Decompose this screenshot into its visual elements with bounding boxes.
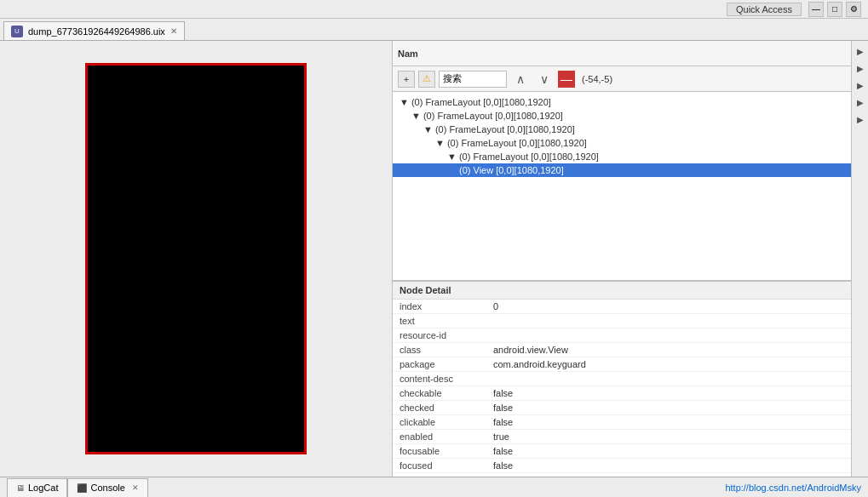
node-detail-key: focused bbox=[393, 459, 486, 473]
nav-up-button[interactable]: ∧ bbox=[510, 69, 531, 89]
console-tab[interactable]: ⬛ Console ✕ bbox=[67, 478, 147, 497]
node-detail-value: false bbox=[486, 386, 851, 401]
sidebar-arrow-5[interactable]: ▶ bbox=[857, 112, 864, 128]
node-detail-value: false bbox=[486, 459, 851, 473]
puzzle-icon[interactable]: ⚙ bbox=[846, 2, 861, 17]
main-layout: Nam + ⚠ ∧ ∨ — (-54,-5) ▼ (0) FrameLayout… bbox=[0, 41, 868, 477]
bottom-url[interactable]: http://blog.csdn.net/AndroidMsky bbox=[725, 483, 861, 493]
sidebar-arrow-4[interactable]: ▶ bbox=[857, 95, 864, 111]
node-detail-row: clickablefalse bbox=[393, 415, 851, 430]
right-sidebar: ▶ ▶ ▶ ▶ ▶ bbox=[851, 41, 868, 477]
minus-button[interactable]: — bbox=[558, 71, 575, 88]
top-bar: Quick Access — □ ⚙ bbox=[0, 0, 868, 19]
logcat-label: LogCat bbox=[28, 483, 58, 493]
node-detail-value: false bbox=[486, 415, 851, 430]
node-detail-value: true bbox=[486, 430, 851, 444]
device-preview-panel bbox=[0, 41, 392, 477]
node-detail-key: class bbox=[393, 343, 486, 357]
node-detail-value: false bbox=[486, 444, 851, 459]
name-panel-title: Nam bbox=[398, 49, 418, 59]
node-detail-key: checked bbox=[393, 401, 486, 415]
node-detail-value bbox=[486, 314, 851, 328]
node-detail-key: clickable bbox=[393, 415, 486, 430]
node-detail-row: checkedfalse bbox=[393, 401, 851, 415]
node-detail-row: enabledtrue bbox=[393, 430, 851, 444]
warning-button[interactable]: ⚠ bbox=[418, 71, 435, 88]
node-detail-value: false bbox=[486, 401, 851, 415]
node-detail-header: Node Detail bbox=[393, 282, 851, 300]
node-detail-value: 0 bbox=[486, 300, 851, 314]
name-panel-header: Nam bbox=[393, 41, 851, 66]
node-detail-value: android.view.View bbox=[486, 343, 851, 357]
tree-item[interactable]: ▼ (0) FrameLayout [0,0][1080,1920] bbox=[393, 123, 851, 136]
file-tab-icon: U bbox=[11, 26, 23, 37]
node-detail-panel: Node Detail index0textresource-idclassan… bbox=[393, 281, 851, 477]
console-close-icon[interactable]: ✕ bbox=[132, 483, 139, 492]
tree-item-selected[interactable]: (0) View [0,0][1080,1920] bbox=[393, 163, 851, 177]
node-detail-row: index0 bbox=[393, 300, 851, 314]
node-detail-key: checkable bbox=[393, 386, 486, 401]
node-detail-key: enabled bbox=[393, 430, 486, 444]
node-detail-row: focusablefalse bbox=[393, 444, 851, 459]
sidebar-arrow-2[interactable]: ▶ bbox=[857, 61, 864, 77]
node-detail-key: content-desc bbox=[393, 372, 486, 386]
quick-access-button[interactable]: Quick Access bbox=[727, 3, 802, 16]
bottom-bar: 🖥 LogCat ⬛ Console ✕ http://blog.csdn.ne… bbox=[0, 477, 868, 497]
node-detail-row: focusedfalse bbox=[393, 459, 851, 473]
search-input[interactable] bbox=[439, 71, 507, 88]
tree-panel: ▼ (0) FrameLayout [0,0][1080,1920] ▼ (0)… bbox=[393, 92, 851, 281]
nav-down-button[interactable]: ∨ bbox=[534, 69, 555, 89]
node-detail-value bbox=[486, 372, 851, 386]
node-detail-row: resource-id bbox=[393, 328, 851, 343]
file-tab[interactable]: U dump_677361926449264986.uix ✕ bbox=[3, 21, 185, 40]
node-detail-table: index0textresource-idclassandroid.view.V… bbox=[393, 300, 851, 477]
tab-close-icon[interactable]: ✕ bbox=[170, 26, 177, 36]
tree-item[interactable]: ▼ (0) FrameLayout [0,0][1080,1920] bbox=[393, 109, 851, 123]
device-screen bbox=[85, 63, 307, 454]
logcat-tab[interactable]: 🖥 LogCat bbox=[7, 478, 67, 497]
minimize-button[interactable]: — bbox=[808, 2, 824, 17]
tree-item[interactable]: ▼ (0) FrameLayout [0,0][1080,1920] bbox=[393, 95, 851, 109]
coordinates-display: (-54,-5) bbox=[582, 74, 612, 84]
node-detail-key: focusable bbox=[393, 444, 486, 459]
node-detail-key: index bbox=[393, 300, 486, 314]
node-detail-row: packagecom.android.keyguard bbox=[393, 357, 851, 372]
tab-bar: U dump_677361926449264986.uix ✕ bbox=[0, 19, 868, 41]
file-tab-label: dump_677361926449264986.uix bbox=[28, 26, 165, 37]
console-icon: ⬛ bbox=[77, 483, 87, 493]
node-detail-key: resource-id bbox=[393, 328, 486, 343]
node-detail-key: text bbox=[393, 314, 486, 328]
node-detail-row: classandroid.view.View bbox=[393, 343, 851, 357]
tree-item[interactable]: ▼ (0) FrameLayout [0,0][1080,1920] bbox=[393, 136, 851, 150]
toolbar: + ⚠ ∧ ∨ — (-54,-5) bbox=[393, 66, 851, 92]
node-detail-key: package bbox=[393, 357, 486, 372]
node-detail-row: text bbox=[393, 314, 851, 328]
maximize-button[interactable]: □ bbox=[827, 2, 842, 17]
sidebar-arrow-3[interactable]: ▶ bbox=[857, 78, 864, 94]
sidebar-arrow-1[interactable]: ▶ bbox=[857, 44, 864, 60]
tree-item[interactable]: ▼ (0) FrameLayout [0,0][1080,1920] bbox=[393, 150, 851, 163]
window-controls: — □ ⚙ bbox=[808, 2, 861, 17]
right-panel: Nam + ⚠ ∧ ∨ — (-54,-5) ▼ (0) FrameLayout… bbox=[392, 41, 851, 477]
node-detail-row: content-desc bbox=[393, 372, 851, 386]
node-detail-value: com.android.keyguard bbox=[486, 357, 851, 372]
add-button[interactable]: + bbox=[398, 71, 415, 88]
node-detail-row: checkablefalse bbox=[393, 386, 851, 401]
logcat-icon: 🖥 bbox=[16, 483, 25, 493]
node-detail-value bbox=[486, 328, 851, 343]
console-label: Console bbox=[90, 483, 124, 493]
